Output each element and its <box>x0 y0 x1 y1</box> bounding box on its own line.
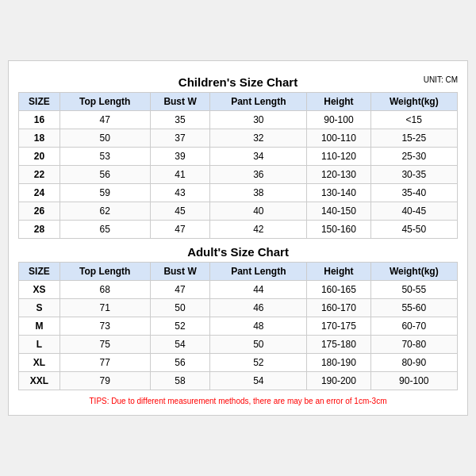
table-cell: 70-80 <box>370 336 457 354</box>
table-row: S715046160-17055-60 <box>19 299 458 317</box>
table-row: 24594338130-14035-40 <box>19 184 458 202</box>
table-cell: 50 <box>60 129 150 148</box>
table-cell: 68 <box>60 281 150 299</box>
table-cell: 42 <box>210 221 307 239</box>
table-cell: 73 <box>60 317 150 336</box>
adult-col-bust: Bust W <box>150 263 210 281</box>
table-cell: 65 <box>60 221 150 239</box>
table-cell: 43 <box>150 184 210 202</box>
table-cell: 32 <box>210 129 307 148</box>
children-col-pant: Pant Length <box>210 93 307 111</box>
adult-table-body: XS684744160-16550-55S715046160-17055-60M… <box>19 281 458 390</box>
table-cell: 56 <box>150 354 210 372</box>
table-cell: 45 <box>150 202 210 221</box>
children-size-table: SIZE Top Length Bust W Pant Length Heigh… <box>18 92 458 239</box>
table-cell: 36 <box>210 166 307 184</box>
table-cell: 25-30 <box>370 148 457 166</box>
table-cell: 77 <box>60 354 150 372</box>
children-col-weight: Weight(kg) <box>370 93 457 111</box>
adult-title-text: Adult's Size Chart <box>187 245 289 259</box>
table-cell: 46 <box>210 299 307 317</box>
table-cell: XXL <box>19 372 60 390</box>
table-cell: 180-190 <box>307 354 370 372</box>
table-cell: 110-120 <box>307 148 370 166</box>
table-cell: 26 <box>19 202 60 221</box>
table-cell: 90-100 <box>307 111 370 129</box>
children-unit-label: UNIT: CM <box>424 75 458 84</box>
children-table-header: SIZE Top Length Bust W Pant Length Heigh… <box>19 93 458 111</box>
size-chart-container: Children's Size Chart UNIT: CM SIZE Top … <box>8 60 468 416</box>
table-cell: 52 <box>150 317 210 336</box>
table-cell: 120-130 <box>307 166 370 184</box>
adult-col-pant: Pant Length <box>210 263 307 281</box>
children-col-bust: Bust W <box>150 93 210 111</box>
adult-size-table: SIZE Top Length Bust W Pant Length Heigh… <box>18 262 458 390</box>
table-cell: 38 <box>210 184 307 202</box>
table-cell: 56 <box>60 166 150 184</box>
table-cell: 160-170 <box>307 299 370 317</box>
table-cell: 71 <box>60 299 150 317</box>
table-cell: 37 <box>150 129 210 148</box>
table-cell: 100-110 <box>307 129 370 148</box>
table-cell: L <box>19 336 60 354</box>
table-cell: 18 <box>19 129 60 148</box>
table-cell: 40 <box>210 202 307 221</box>
table-cell: 75 <box>60 336 150 354</box>
table-cell: 53 <box>60 148 150 166</box>
table-cell: 16 <box>19 111 60 129</box>
table-cell: 47 <box>150 221 210 239</box>
table-row: XS684744160-16550-55 <box>19 281 458 299</box>
adult-col-weight: Weight(kg) <box>370 263 457 281</box>
table-cell: XS <box>19 281 60 299</box>
adult-col-height: Height <box>307 263 370 281</box>
table-cell: 52 <box>210 354 307 372</box>
table-cell: S <box>19 299 60 317</box>
children-table-body: 1647353090-100<1518503732100-11015-25205… <box>19 111 458 239</box>
table-cell: 44 <box>210 281 307 299</box>
table-cell: 22 <box>19 166 60 184</box>
table-row: XL775652180-19080-90 <box>19 354 458 372</box>
table-row: 1647353090-100<15 <box>19 111 458 129</box>
table-cell: 79 <box>60 372 150 390</box>
table-cell: 40-45 <box>370 202 457 221</box>
table-row: 26624540140-15040-45 <box>19 202 458 221</box>
table-row: 28654742150-16045-50 <box>19 221 458 239</box>
table-cell: 54 <box>150 336 210 354</box>
table-cell: 140-150 <box>307 202 370 221</box>
table-cell: 62 <box>60 202 150 221</box>
table-cell: 150-160 <box>307 221 370 239</box>
table-cell: 35 <box>150 111 210 129</box>
table-cell: <15 <box>370 111 457 129</box>
table-cell: 55-60 <box>370 299 457 317</box>
table-cell: 50-55 <box>370 281 457 299</box>
table-row: M735248170-17560-70 <box>19 317 458 336</box>
table-cell: 130-140 <box>307 184 370 202</box>
table-cell: 170-175 <box>307 317 370 336</box>
table-cell: 30-35 <box>370 166 457 184</box>
table-cell: 54 <box>210 372 307 390</box>
table-cell: 90-100 <box>370 372 457 390</box>
table-cell: 34 <box>210 148 307 166</box>
table-cell: 190-200 <box>307 372 370 390</box>
table-cell: 160-165 <box>307 281 370 299</box>
adult-col-top-length: Top Length <box>60 263 150 281</box>
adult-table-header: SIZE Top Length Bust W Pant Length Heigh… <box>19 263 458 281</box>
children-title-text: Children's Size Chart <box>178 75 298 89</box>
table-cell: 35-40 <box>370 184 457 202</box>
children-chart-title: Children's Size Chart UNIT: CM <box>18 71 458 92</box>
table-cell: 20 <box>19 148 60 166</box>
table-cell: 15-25 <box>370 129 457 148</box>
table-cell: 47 <box>150 281 210 299</box>
table-cell: 175-180 <box>307 336 370 354</box>
table-cell: 41 <box>150 166 210 184</box>
table-cell: 50 <box>210 336 307 354</box>
table-cell: 24 <box>19 184 60 202</box>
table-cell: 60-70 <box>370 317 457 336</box>
table-cell: 30 <box>210 111 307 129</box>
table-cell: 80-90 <box>370 354 457 372</box>
children-col-height: Height <box>307 93 370 111</box>
table-cell: 48 <box>210 317 307 336</box>
table-row: XXL795854190-20090-100 <box>19 372 458 390</box>
tips-text: TIPS: Due to different measurement metho… <box>18 397 458 405</box>
table-row: L755450175-18070-80 <box>19 336 458 354</box>
